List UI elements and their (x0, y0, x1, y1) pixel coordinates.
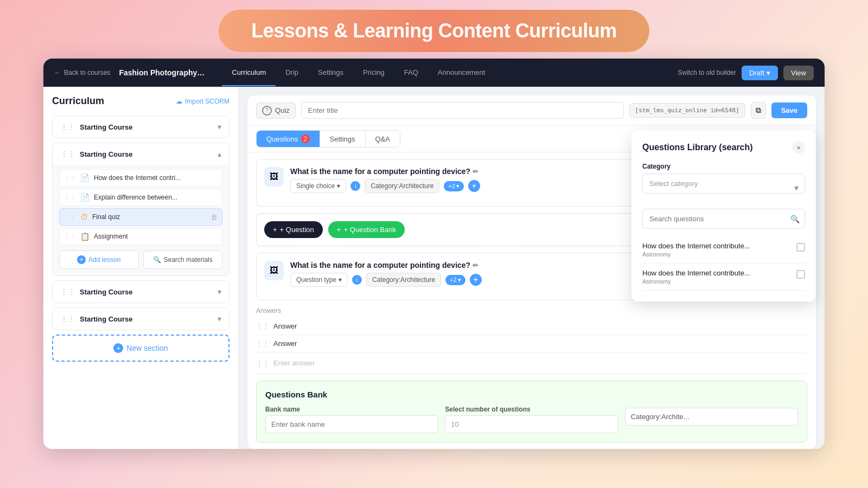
questions-bank-panel: Questions Bank Bank name Select number o… (256, 381, 807, 442)
new-section-button[interactable]: + New section (52, 335, 229, 362)
chevron-icon-2: ▾ (339, 276, 342, 284)
section-header-2[interactable]: ⋮⋮ Starting Course ▴ (53, 143, 229, 165)
quiz-label: ? Quiz (256, 102, 296, 119)
edit-icon-2[interactable]: ✏ (473, 261, 478, 269)
type-select-2[interactable]: Question type ▾ (290, 273, 348, 287)
add-question-bank-label: + Question Bank (343, 226, 395, 234)
questions-badge: 2 (301, 134, 310, 143)
app-container: ← Back to courses Fashion Photography fr… (43, 59, 825, 449)
doc-icon: 📄 (80, 174, 90, 182)
ql-result-item-2[interactable]: How does the Internet contribute... Astr… (642, 264, 805, 291)
nav-tab-settings[interactable]: Settings (308, 60, 353, 86)
ql-title: Questions Library (search) (642, 143, 753, 152)
section-header-3[interactable]: ⋮⋮ Starting Course ▾ (53, 281, 229, 303)
lesson-item-assignment[interactable]: ⋮⋮ 📋 Assignment (59, 228, 222, 245)
answer-row-input: ⋮⋮ (256, 352, 807, 374)
right-content: ? Quiz [stm_lms_quiz_online id=6548] ⧉ S… (239, 87, 825, 449)
switch-old-builder-button[interactable]: Switch to old builder (678, 69, 736, 76)
import-scorm-button[interactable]: ☁ Import SCORM (176, 98, 229, 105)
lesson-item[interactable]: ⋮⋮ 📄 Explain difference between... (59, 189, 222, 206)
add-to-question-button-2[interactable]: + (470, 274, 482, 286)
nav-tab-curriculum[interactable]: Curriculum (222, 60, 276, 86)
ql-category-label: Category (642, 163, 805, 170)
drag-icon: ⋮⋮ (256, 340, 269, 348)
answer-text-1: Answer (273, 322, 297, 330)
ql-result-text-1: How does the Internet contribute... (642, 242, 750, 250)
info-icon-2[interactable]: i (352, 275, 362, 285)
tab-settings[interactable]: Settings (320, 131, 366, 147)
add-question-bank-button[interactable]: + + Question Bank (328, 221, 405, 238)
ql-checkbox-2[interactable] (796, 270, 805, 279)
add-to-question-button-1[interactable]: + (468, 180, 480, 192)
chevron-down-icon: ▾ (218, 287, 221, 296)
ql-category-select[interactable]: Select category (642, 174, 805, 194)
bank-quantity-label: Select number of questions (445, 406, 618, 413)
extra-tags-1[interactable]: +2 ▾ (444, 181, 464, 191)
search-materials-button[interactable]: 🔍 Search materials (143, 251, 223, 269)
back-arrow-icon: ← (54, 69, 61, 76)
draft-button[interactable]: Draft ▾ (742, 66, 778, 80)
section-item-4: ⋮⋮ Starting Course ▾ (52, 307, 229, 330)
ql-result-sub-1: Astronomy (642, 251, 750, 258)
add-lesson-button[interactable]: + Add lesson (59, 251, 139, 269)
back-button[interactable]: ← Back to courses (54, 69, 110, 76)
bank-category-field: Category:Archite... (625, 406, 798, 426)
banner-pill: Lessons & Learning Content Curriculum (219, 10, 649, 52)
tab-qa[interactable]: Q&A (366, 131, 400, 147)
lesson-name: Assignment (94, 233, 218, 240)
answer-input[interactable] (273, 357, 807, 369)
nav-tab-pricing[interactable]: Pricing (353, 60, 394, 86)
question-icon-2: 🖼 (264, 261, 284, 280)
type-select-1[interactable]: Single choice ▾ (290, 179, 346, 193)
bank-name-input[interactable] (265, 415, 438, 433)
bank-quantity-input[interactable] (445, 415, 618, 433)
ql-search-input[interactable] (642, 209, 805, 229)
import-scorm-label: Import SCORM (185, 98, 229, 105)
nav-tab-faq[interactable]: FAQ (394, 60, 428, 86)
questions-library-panel: Questions Library (search) × Category Se… (631, 130, 816, 301)
sidebar: Curriculum ☁ Import SCORM ⋮⋮ Starting Co… (43, 87, 239, 449)
nav-tab-drip[interactable]: Drip (276, 60, 308, 86)
view-button[interactable]: View (783, 66, 814, 80)
answers-label: Answers (256, 307, 807, 314)
save-button[interactable]: Save (771, 102, 807, 118)
assignment-icon: 📋 (80, 232, 90, 241)
section-content: ⋮⋮ 📄 How does the Internet contri... ⋮⋮ … (53, 165, 229, 275)
cloud-icon: ☁ (176, 98, 182, 105)
sidebar-title: Curriculum (52, 95, 104, 107)
quiz-icon: ⏱ (80, 213, 88, 221)
info-icon-1[interactable]: i (350, 181, 360, 191)
section-name-3: Starting Course (80, 288, 133, 296)
tab-settings-label: Settings (330, 135, 355, 143)
section-header-4[interactable]: ⋮⋮ Starting Course ▾ (53, 308, 229, 330)
section-header[interactable]: ⋮⋮ Starting Course ▾ (53, 116, 229, 138)
bank-name-label: Bank name (265, 406, 438, 413)
answer-row-1: ⋮⋮ Answer (256, 318, 807, 335)
drag-icon: ⋮⋮ (64, 194, 76, 201)
lesson-item-active[interactable]: ⋮⋮ ⏱ Final quiz 🗑 (59, 208, 222, 226)
add-question-button[interactable]: + + Question (264, 221, 323, 238)
ql-header: Questions Library (search) × (642, 141, 805, 154)
lesson-item[interactable]: ⋮⋮ 📄 How does the Internet contri... (59, 169, 222, 187)
drag-icon: ⋮⋮ (64, 175, 76, 182)
top-nav: ← Back to courses Fashion Photography fr… (43, 59, 825, 87)
quiz-title-input[interactable] (301, 102, 624, 119)
delete-icon[interactable]: 🗑 (210, 213, 218, 221)
lesson-name: Explain difference between... (94, 194, 218, 201)
copy-button[interactable]: ⧉ (751, 102, 766, 119)
answer-row-2: ⋮⋮ Answer (256, 335, 807, 352)
ql-result-item-1[interactable]: How does the Internet contribute... Astr… (642, 236, 805, 264)
extra-tags-2[interactable]: +2 ▾ (445, 275, 465, 285)
draft-label: Draft (749, 69, 764, 77)
edit-icon[interactable]: ✏ (473, 168, 478, 176)
course-title: Fashion Photography from... (119, 68, 206, 77)
tab-questions[interactable]: Questions 2 (257, 131, 320, 147)
nav-tab-announcement[interactable]: Announcement (428, 60, 495, 86)
doc-icon: 📄 (80, 193, 90, 202)
plus-icon: + (273, 226, 277, 234)
ql-close-button[interactable]: × (792, 141, 805, 154)
chevron-down-icon: ▾ (218, 314, 221, 323)
bank-category-value[interactable]: Category:Archite... (625, 408, 798, 426)
ql-checkbox-1[interactable] (796, 243, 805, 252)
drag-handle-icon: ⋮⋮ (60, 314, 75, 323)
